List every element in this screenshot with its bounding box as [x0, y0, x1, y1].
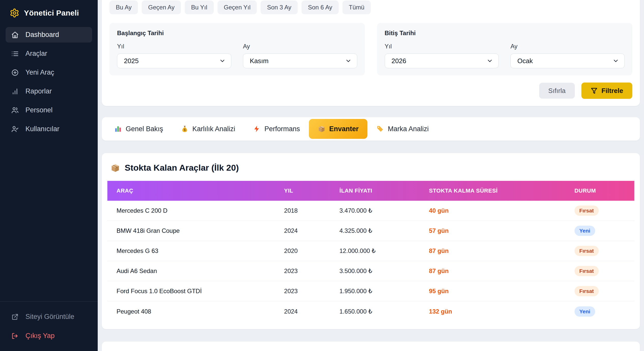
- date-panels: Başlangıç Tarihi Yıl 2025: [109, 23, 632, 75]
- column-header: İLAN FİYATI: [330, 187, 420, 194]
- next-section-card: [102, 342, 640, 351]
- sidebar-item-icon: [11, 31, 19, 39]
- filter-button[interactable]: Filtrele: [581, 83, 632, 99]
- start-date-panel: Başlangıç Tarihi Yıl 2025: [109, 23, 365, 75]
- table-row: Audi A6 Sedan 2023 3.500.000 ₺ 87 gün Fı…: [107, 261, 634, 281]
- quick-range-chip[interactable]: Bu Ay: [109, 1, 138, 14]
- sidebar-item[interactable]: Personel: [6, 102, 92, 118]
- vehicle-price: 1.650.000 ₺: [330, 308, 420, 315]
- app-title: Yönetici Paneli: [24, 9, 79, 17]
- status-badge: Fırsat: [575, 266, 599, 276]
- column-header: ARAÇ: [107, 187, 275, 194]
- vehicle-name: BMW 418i Gran Coupe: [107, 227, 275, 234]
- vehicle-price: 3.470.000 ₺: [330, 207, 420, 214]
- filter-card: Bu AyGeçen AyBu YılGeçen YılSon 3 AySon …: [102, 0, 640, 106]
- vehicle-price: 1.950.000 ₺: [330, 288, 420, 295]
- sidebar-item[interactable]: Yeni Araç: [6, 65, 92, 80]
- admin-dashboard: Yönetici Paneli Dashboard Araçlar Yeni A…: [0, 0, 644, 351]
- table-row: Ford Focus 1.0 EcoBoost GTDİ 2023 1.950.…: [107, 281, 634, 301]
- table-header: ARAÇYILİLAN FİYATISTOKTA KALMA SÜRESİDUR…: [107, 181, 634, 201]
- status-badge: Fırsat: [575, 246, 599, 256]
- sidebar-footer-item[interactable]: Çıkış Yap: [6, 328, 92, 343]
- vehicle-year: 2024: [275, 308, 330, 315]
- days-in-stock: 87 gün: [429, 247, 449, 254]
- column-header: YIL: [275, 187, 330, 194]
- days-in-stock: 132 gün: [429, 308, 452, 315]
- start-year-select[interactable]: 2025: [117, 53, 231, 68]
- days-in-stock: 87 gün: [429, 267, 449, 274]
- tab[interactable]: $ Karlılık Analizi: [172, 119, 244, 139]
- sidebar-item-label: Yeni Araç: [25, 69, 54, 76]
- start-date-title: Başlangıç Tarihi: [117, 30, 357, 37]
- end-month-field: Ay Ocak: [510, 43, 625, 68]
- days-in-stock: 57 gün: [429, 227, 449, 234]
- sidebar-footer-item[interactable]: Siteyi Görüntüle: [6, 309, 92, 324]
- vehicle-name: Audi A6 Sedan: [107, 267, 275, 275]
- column-header: DURUM: [565, 187, 634, 194]
- vehicle-year: 2018: [275, 207, 330, 214]
- tab[interactable]: Envanter: [309, 119, 368, 139]
- sidebar-footer-label: Siteyi Görüntüle: [25, 313, 74, 321]
- end-date-panel: Bitiş Tarihi Yıl 2026 A: [377, 23, 633, 75]
- inventory-title: Stokta Kalan Araçlar (İlk 20): [125, 163, 239, 173]
- sidebar-item-label: Araçlar: [25, 50, 47, 58]
- end-year-select[interactable]: 2026: [385, 53, 499, 68]
- sidebar-item[interactable]: Raporlar: [6, 84, 92, 99]
- gear-icon: [10, 8, 19, 18]
- sidebar: Yönetici Paneli Dashboard Araçlar Yeni A…: [0, 0, 98, 351]
- package-icon: [110, 163, 120, 173]
- end-month-label: Ay: [510, 43, 625, 50]
- status-badge: Fırsat: [575, 206, 599, 216]
- quick-range-chip[interactable]: Son 3 Ay: [261, 1, 298, 14]
- sidebar-item-label: Personel: [25, 106, 53, 114]
- sidebar-item-icon: [11, 88, 19, 95]
- sidebar-item[interactable]: Araçlar: [6, 46, 92, 61]
- tab-label: Marka Analizi: [388, 125, 429, 133]
- quick-range-chip[interactable]: Tümü: [342, 1, 371, 14]
- quick-range-chip[interactable]: Bu Yıl: [185, 1, 214, 14]
- filter-button-label: Filtrele: [602, 87, 623, 95]
- sidebar-footer: Siteyi Görüntüle Çıkış Yap: [0, 301, 98, 351]
- table-row: Mercedes G 63 2020 12.000.000 ₺ 87 gün F…: [107, 241, 634, 261]
- status-badge: Yeni: [575, 226, 595, 236]
- tab-label: Envanter: [329, 125, 359, 133]
- vehicle-name: Ford Focus 1.0 EcoBoost GTDİ: [107, 288, 275, 295]
- start-month-select[interactable]: Kasım: [243, 53, 357, 68]
- end-month-select[interactable]: Ocak: [510, 53, 625, 68]
- table-row: Mercedes C 200 D 2018 3.470.000 ₺ 40 gün…: [107, 201, 634, 221]
- start-year-field: Yıl 2025: [117, 43, 231, 68]
- svg-text:$: $: [184, 128, 186, 132]
- status-badge: Yeni: [575, 306, 595, 317]
- vehicle-price: 4.325.000 ₺: [330, 227, 420, 234]
- quick-range-chip[interactable]: Geçen Yıl: [218, 1, 257, 14]
- end-date-title: Bitiş Tarihi: [385, 30, 625, 37]
- reset-button[interactable]: Sıfırla: [539, 83, 575, 99]
- tab[interactable]: Performans: [244, 119, 309, 139]
- sidebar-footer-label: Çıkış Yap: [25, 332, 55, 340]
- column-header: STOKTA KALMA SÜRESİ: [420, 187, 565, 194]
- tab[interactable]: Marka Analizi: [367, 119, 438, 139]
- quick-range-chips: Bu AyGeçen AyBu YılGeçen YılSon 3 AySon …: [109, 1, 632, 14]
- sidebar-item-icon: [11, 125, 19, 133]
- tab-icon: [114, 125, 122, 133]
- sidebar-header: Yönetici Paneli: [0, 0, 98, 25]
- tab-label: Performans: [264, 125, 300, 133]
- start-month-field: Ay Kasım: [243, 43, 357, 68]
- status-badge: Fırsat: [575, 286, 599, 296]
- start-year-label: Yıl: [117, 43, 231, 50]
- sidebar-item[interactable]: Dashboard: [6, 27, 92, 43]
- vehicle-price: 3.500.000 ₺: [330, 267, 420, 275]
- inventory-table: ARAÇYILİLAN FİYATISTOKTA KALMA SÜRESİDUR…: [107, 181, 634, 321]
- tab-label: Karlılık Analizi: [192, 125, 235, 133]
- end-year-field: Yıl 2026: [385, 43, 499, 68]
- tab[interactable]: Genel Bakış: [105, 119, 172, 139]
- quick-range-chip[interactable]: Son 6 Ay: [302, 1, 339, 14]
- main-content: Bu AyGeçen AyBu YılGeçen YılSon 3 AySon …: [98, 0, 644, 351]
- table-row: Peugeot 408 2024 1.650.000 ₺ 132 gün Yen…: [107, 301, 634, 321]
- filter-actions: Sıfırla Filtrele: [109, 83, 632, 99]
- sidebar-item-icon: [11, 69, 19, 76]
- sidebar-footer-icon: [11, 313, 19, 321]
- vehicle-year: 2023: [275, 288, 330, 295]
- sidebar-item[interactable]: Kullanıcılar: [6, 121, 92, 137]
- quick-range-chip[interactable]: Geçen Ay: [142, 1, 181, 14]
